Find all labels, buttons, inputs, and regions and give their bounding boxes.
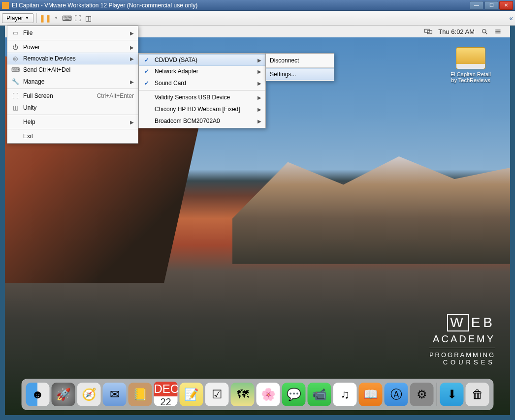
dock-contacts[interactable]: 📒	[129, 383, 152, 406]
menu-send-cad[interactable]: ⌨ Send Ctrl+Alt+Del	[7, 64, 138, 76]
dock-system-preferences[interactable]: ⚙	[410, 383, 434, 406]
removable-devices-submenu: ✓ CD/DVD (SATA) ▶ ✓ Network Adapter ▶ ✓ …	[138, 53, 266, 128]
collapse-toolbar-icon[interactable]: «	[509, 14, 513, 22]
unity-icon: ◫	[11, 104, 19, 111]
dock: ☻ 🚀 🧭 ✉ 📒 DEC 22 📝 ☑ 🗺 🌸 💬 📹 ♫ 📖 Ⓐ ⚙ ⬇ 🗑	[22, 379, 494, 410]
menu-removable-label: Removable Devices	[23, 55, 126, 62]
maximize-button[interactable]: ☐	[484, 1, 498, 10]
submenu-cddvd[interactable]: ✓ CD/DVD (SATA) ▶	[139, 54, 265, 66]
dock-itunes[interactable]: ♫	[333, 383, 357, 406]
svg-point-7	[495, 30, 496, 30]
menu-exit-label: Exit	[23, 133, 134, 140]
menu-unity-label: Unity	[23, 104, 134, 111]
dock-reminders[interactable]: ☑	[205, 383, 229, 406]
send-cad-icon[interactable]: ⌨	[62, 13, 72, 24]
submenu-disconnect-label: Disconnect	[270, 57, 330, 64]
submenu-validity-label: Validity Sensors USB Device	[155, 94, 254, 101]
watermark-divider	[429, 348, 495, 348]
submenu-network-adapter[interactable]: ✓ Network Adapter ▶	[139, 65, 265, 77]
calendar-day: 22	[160, 396, 171, 408]
submenu-arrow-icon: ▶	[130, 79, 134, 85]
vmware-icon	[2, 2, 9, 9]
svg-line-3	[485, 32, 487, 34]
submenu-settings[interactable]: Settings...	[266, 68, 334, 80]
power-icon: ⏻	[11, 44, 19, 51]
notification-center-icon[interactable]	[491, 29, 505, 34]
submenu-arrow-icon: ▶	[258, 95, 261, 100]
submenu-arrow-icon: ▶	[258, 58, 261, 63]
unity-icon[interactable]: ◫	[83, 13, 94, 24]
drive-label-1: El Capitan Retail	[446, 71, 495, 77]
svg-point-2	[483, 30, 486, 33]
submenu-broadcom[interactable]: Broadcom BCM20702A0 ▶	[139, 115, 265, 127]
dock-calendar[interactable]: DEC 22	[154, 383, 178, 406]
spotlight-icon[interactable]	[478, 29, 491, 34]
dropdown-arrow-icon: ▼	[25, 16, 29, 20]
player-label: Player	[6, 15, 23, 22]
fullscreen-icon[interactable]: ⛶	[72, 13, 83, 24]
desktop-drive[interactable]: El Capitan Retail by TechReviews	[446, 47, 495, 83]
close-button[interactable]: ✕	[499, 1, 513, 10]
dock-mail[interactable]: ✉	[103, 383, 127, 406]
submenu-netadapter-label: Network Adapter	[155, 68, 254, 75]
disc-icon: ◎	[11, 55, 19, 62]
submenu-sound-label: Sound Card	[155, 80, 254, 87]
window-title: El Capitan - VMware Workstation 12 Playe…	[12, 2, 197, 9]
dock-downloads[interactable]: ⬇	[440, 383, 464, 406]
watermark-w: W	[447, 314, 469, 331]
submenu-settings-label: Settings...	[270, 71, 330, 78]
menu-exit[interactable]: Exit	[7, 130, 138, 142]
submenu-chicony[interactable]: Chicony HP HD Webcam [Fixed] ▶	[139, 103, 265, 115]
submenu-arrow-icon: ▶	[130, 56, 134, 61]
vmware-toolbar: Player ▼ ❚❚ ▼ ⌨ ⛶ ◫ «	[0, 11, 515, 26]
svg-rect-0	[425, 29, 429, 32]
menu-fullscreen[interactable]: ⛶ Full Screen Ctrl+Alt+Enter	[7, 90, 138, 102]
menu-unity[interactable]: ◫ Unity	[7, 102, 138, 114]
dock-facetime[interactable]: 📹	[308, 383, 331, 406]
menu-power[interactable]: ⏻ Power ▶	[7, 41, 138, 53]
menu-help[interactable]: Help ▶	[7, 116, 138, 128]
submenu-arrow-icon: ▶	[258, 69, 261, 74]
submenu-sound-card[interactable]: ✓ Sound Card ▶	[139, 77, 265, 89]
watermark-academy: ACADEMY	[429, 333, 495, 345]
dock-launchpad[interactable]: 🚀	[52, 383, 75, 406]
keyboard-icon: ⌨	[11, 66, 19, 73]
watermark-eb: EB	[471, 315, 495, 330]
menu-manage[interactable]: 🔧 Manage ▶	[7, 76, 138, 88]
watermark: W EB ACADEMY PROGRAMMING COURSES	[429, 314, 495, 366]
menu-sendcad-label: Send Ctrl+Alt+Del	[23, 66, 134, 73]
watermark-courses: COURSES	[429, 359, 495, 366]
dock-messages[interactable]: 💬	[282, 383, 306, 406]
player-menu: ▭ File ▶ ⏻ Power ▶ ◎ Removable Devices ▶…	[7, 26, 138, 144]
dock-finder[interactable]: ☻	[26, 383, 50, 406]
dock-safari[interactable]: 🧭	[77, 383, 101, 406]
menu-removable-devices[interactable]: ◎ Removable Devices ▶	[7, 53, 138, 64]
menu-help-label: Help	[23, 119, 126, 125]
pause-button[interactable]: ❚❚	[40, 13, 51, 24]
check-icon: ✓	[143, 57, 151, 63]
player-menu-button[interactable]: Player ▼	[2, 13, 33, 23]
clock[interactable]: Thu 6:02 AM	[435, 28, 478, 35]
menu-file[interactable]: ▭ File ▶	[7, 27, 138, 39]
menu-file-label: File	[23, 30, 126, 36]
submenu-disconnect[interactable]: Disconnect	[266, 55, 334, 66]
dock-notes[interactable]: 📝	[180, 383, 203, 406]
submenu-arrow-icon: ▶	[130, 30, 134, 36]
menu-fullscreen-shortcut: Ctrl+Alt+Enter	[97, 92, 134, 99]
submenu-arrow-icon: ▶	[258, 107, 261, 112]
wrench-icon: 🔧	[11, 78, 19, 85]
play-dropdown-button[interactable]: ▼	[51, 13, 62, 24]
menu-power-label: Power	[23, 44, 126, 51]
submenu-arrow-icon: ▶	[130, 45, 134, 50]
dock-photos[interactable]: 🌸	[257, 383, 280, 406]
dock-appstore[interactable]: Ⓐ	[385, 383, 408, 406]
submenu-validity[interactable]: Validity Sensors USB Device ▶	[139, 91, 265, 103]
submenu-chicony-label: Chicony HP HD Webcam [Fixed]	[155, 106, 254, 113]
dock-maps[interactable]: 🗺	[231, 383, 255, 406]
dock-ibooks[interactable]: 📖	[359, 383, 383, 406]
toolbar-separator	[36, 13, 37, 23]
submenu-arrow-icon: ▶	[258, 81, 261, 86]
display-mirror-icon[interactable]	[421, 29, 435, 34]
dock-trash[interactable]: 🗑	[466, 383, 489, 406]
minimize-button[interactable]: —	[470, 1, 483, 10]
